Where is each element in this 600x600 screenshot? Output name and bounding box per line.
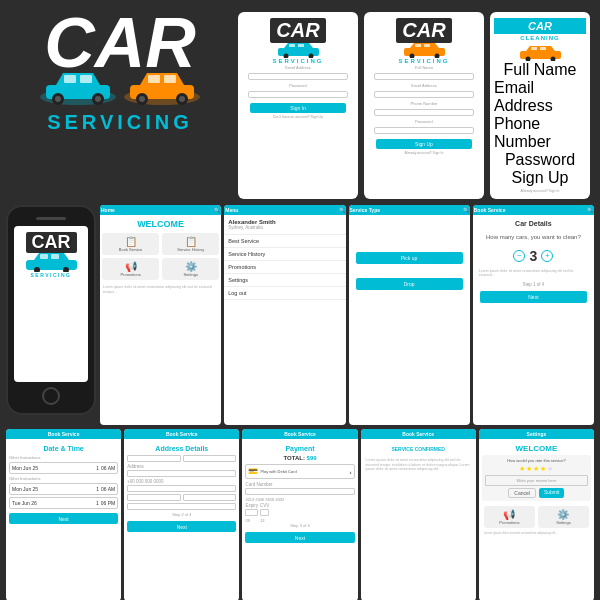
svg-marker-2: [56, 73, 100, 85]
datetime-next-button[interactable]: Next: [9, 513, 118, 524]
promotions-cell[interactable]: 📢 Promotions: [102, 258, 159, 280]
star-1[interactable]: ★: [519, 465, 525, 473]
rating-body: WELCOME How would you rate this service?…: [479, 439, 594, 600]
car-details-next-button[interactable]: Next: [480, 291, 587, 303]
pickup-button[interactable]: Pick up: [356, 252, 463, 264]
svg-rect-20: [289, 44, 295, 47]
car-details-body: Car Details How many cars, you want to c…: [473, 215, 594, 425]
signin-button[interactable]: Sign In: [250, 103, 345, 113]
confirmed-title: SERVICE CONFIRMED: [364, 442, 473, 456]
address-name-row: [127, 455, 236, 464]
card-number-field[interactable]: [245, 488, 354, 495]
address-next-button[interactable]: Next: [127, 521, 236, 532]
signup-car-text: CAR: [402, 19, 445, 41]
service-type-panel: Service Type 🔍 Pick up Drop: [349, 205, 470, 425]
svg-rect-38: [40, 254, 48, 259]
welcome-header: Home 🔍: [100, 205, 221, 215]
address-postcode-field[interactable]: [183, 494, 237, 501]
address-phone-label: +00 000 000 0000: [127, 479, 236, 484]
svg-point-6: [55, 96, 61, 102]
star-4[interactable]: ★: [540, 465, 546, 473]
date-row-1[interactable]: Mon Jun 25 1 06 AM: [9, 462, 118, 474]
payment-step: Step 3 of 4: [245, 523, 354, 528]
cvv-field[interactable]: [260, 509, 269, 516]
star-rating[interactable]: ★ ★ ★ ★ ★: [485, 465, 588, 473]
signup-subtitle: SERVICING: [396, 58, 451, 64]
signin-email-label: Email Address: [248, 65, 349, 70]
signup-email[interactable]: [374, 91, 475, 98]
review-textarea[interactable]: Write your review here: [485, 475, 588, 486]
confirmed-panel: Book Service SERVICE CONFIRMED Lorem ips…: [361, 429, 476, 600]
cleaning-signup-button[interactable]: Sign Up: [512, 169, 569, 187]
address-lastname-field[interactable]: [183, 455, 237, 462]
signup-phone[interactable]: [374, 109, 475, 116]
menu-item-settings[interactable]: Settings: [224, 274, 345, 287]
service-history-cell[interactable]: 📋 Service History: [162, 233, 219, 255]
menu-item-promotions[interactable]: Promotions: [224, 261, 345, 274]
address-firstname-field[interactable]: [127, 455, 181, 462]
car-details-search-icon[interactable]: 🔍: [587, 207, 593, 213]
cvv-label: CVV: [260, 503, 269, 508]
bottom-section: Book Service Date & Time Other Instructi…: [0, 425, 600, 600]
quantity-row: − 3 +: [476, 245, 591, 267]
payment-panel: Book Service Payment TOTAL: $99 💳 Play w…: [242, 429, 357, 600]
rating-question: How would you rate this service?: [485, 458, 588, 463]
rating-header: Settings: [479, 429, 594, 439]
datetime-header: Book Service: [6, 429, 121, 439]
payment-next-button[interactable]: Next: [245, 532, 354, 543]
service-type-search-icon[interactable]: 🔍: [463, 207, 469, 213]
rating-promotions-cell[interactable]: 📢 Promotions: [484, 506, 535, 528]
expiry-field[interactable]: [245, 509, 258, 516]
phone-home-button[interactable]: [42, 387, 60, 405]
hero-logo: CAR: [10, 12, 230, 134]
signin-password-field[interactable]: [248, 91, 349, 98]
welcome-rating-panel: Settings WELCOME How would you rate this…: [479, 429, 594, 600]
rating-footer-text: Lorem ipsum dolor sit amet consectetur a…: [482, 530, 591, 538]
quantity-plus-button[interactable]: +: [541, 250, 553, 262]
expiry-value: 09: [245, 518, 258, 523]
payment-header: Book Service: [242, 429, 357, 439]
payment-total: TOTAL: $99: [245, 455, 354, 461]
card-number-label: Card Number: [245, 482, 354, 487]
cleaning-link[interactable]: Already account? Sign In: [521, 189, 560, 193]
payment-title: Payment: [245, 442, 354, 455]
star-5[interactable]: ★: [547, 465, 553, 473]
address-country-field[interactable]: [127, 503, 236, 510]
cancel-button[interactable]: Cancel: [508, 488, 536, 498]
signin-link[interactable]: Don't have an account? Sign Up: [273, 115, 323, 119]
phone-car-text: CAR: [32, 232, 71, 252]
signup-link[interactable]: Already account? Sign In: [405, 151, 444, 155]
card-icon: 💳: [248, 467, 258, 476]
svg-rect-12: [148, 75, 160, 83]
star-2[interactable]: ★: [526, 465, 532, 473]
car-details-header-text: Book Service: [474, 207, 506, 213]
rating-settings-cell[interactable]: ⚙️ Settings: [538, 506, 589, 528]
chevron-right-icon: ›: [350, 469, 352, 475]
welcome-header-text: Home: [101, 207, 115, 213]
date-row-2[interactable]: Mon Jun 25 1 06 AM: [9, 483, 118, 495]
svg-rect-36: [26, 260, 77, 270]
address-phone-field[interactable]: [127, 485, 236, 492]
welcome-search-icon[interactable]: 🔍: [214, 207, 220, 213]
drop-button[interactable]: Drop: [356, 278, 463, 290]
menu-header-text: Menu: [225, 207, 238, 213]
settings-cell[interactable]: ⚙️ Settings: [162, 258, 219, 280]
signup-password[interactable]: [374, 127, 475, 134]
star-3[interactable]: ★: [533, 465, 539, 473]
book-service-cell[interactable]: 📋 Book Service: [102, 233, 159, 255]
card-pay-row[interactable]: 💳 Play with Debit Card ›: [245, 464, 354, 479]
date-row-3[interactable]: Tue Jun 26 1 06 PM: [9, 497, 118, 509]
address-address-field[interactable]: [127, 470, 236, 477]
date-2-day: Mon Jun 25: [12, 486, 38, 492]
menu-search-icon[interactable]: 🔍: [339, 207, 345, 213]
menu-item-logout[interactable]: Log out: [224, 287, 345, 300]
quantity-minus-button[interactable]: −: [513, 250, 525, 262]
menu-item-service-history[interactable]: Service History: [224, 248, 345, 261]
signup-button[interactable]: Sign Up: [376, 139, 471, 149]
signup-fullname[interactable]: [374, 73, 475, 80]
signin-email-field[interactable]: [248, 73, 349, 80]
menu-item-best-service[interactable]: Best Service: [224, 235, 345, 248]
address-city-field[interactable]: [127, 494, 181, 501]
submit-button[interactable]: Submit: [539, 488, 565, 498]
cleaning-subtitle: CLEANING: [518, 35, 563, 41]
